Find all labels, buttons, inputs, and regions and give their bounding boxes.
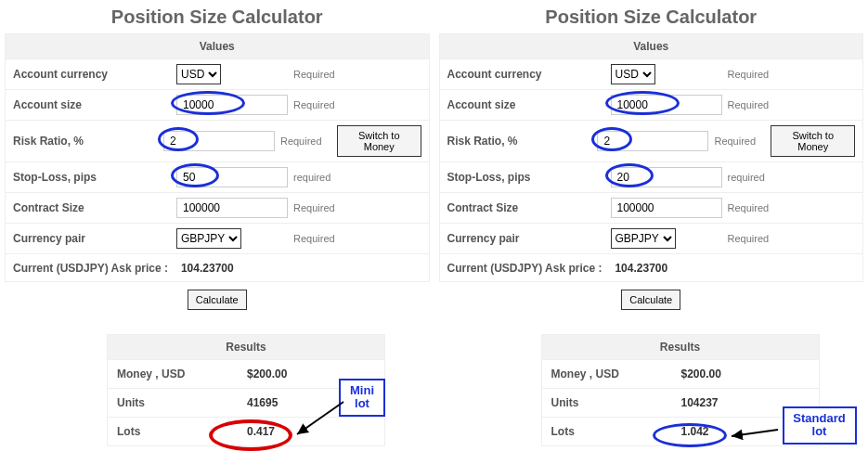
result-units-value: 104237: [681, 396, 719, 409]
result-lots: Lots 1.042: [541, 418, 820, 446]
required-text: Required: [728, 202, 784, 213]
result-lots-value: 1.042: [681, 425, 709, 438]
ask-price-value: 104.23700: [181, 262, 234, 275]
row-ask-price: Current (USDJPY) Ask price : 104.23700: [439, 254, 864, 282]
result-money-label: Money , USD: [551, 367, 681, 380]
result-money-label: Money , USD: [117, 367, 247, 380]
row-currency-pair: Currency pair GBPJPY Required: [5, 224, 430, 254]
result-units-label: Units: [117, 396, 247, 409]
required-text: required: [293, 172, 349, 183]
required-text: Required: [714, 135, 765, 147]
label-currency-pair: Currency pair: [13, 232, 171, 245]
required-text: Required: [728, 99, 784, 110]
required-text: Required: [293, 202, 349, 213]
row-contract-size: Contract Size Required: [5, 193, 430, 224]
callout-mini-lot: Mini lot: [339, 379, 385, 417]
contract-size-input[interactable]: [611, 198, 722, 218]
label-account-currency: Account currency: [13, 68, 171, 81]
result-lots-label: Lots: [117, 425, 247, 438]
currency-pair-select[interactable]: GBPJPY: [611, 228, 676, 249]
row-account-currency: Account currency USD Required: [5, 59, 430, 90]
result-units: Units 104237: [541, 389, 820, 418]
account-currency-select[interactable]: USD: [176, 64, 221, 84]
label-account-currency: Account currency: [447, 68, 605, 81]
label-ask-price: Current (USDJPY) Ask price :: [447, 262, 602, 275]
result-money-value: $200.00: [247, 367, 287, 380]
result-money-value: $200.00: [681, 367, 721, 380]
calculator-right: Position Size Calculator Values Account …: [439, 5, 864, 446]
results-header: Results: [107, 334, 385, 360]
account-currency-select[interactable]: USD: [611, 64, 655, 84]
row-stop-loss: Stop-Loss, pips required: [439, 162, 864, 193]
row-account-size: Account size Required: [439, 90, 864, 121]
risk-ratio-input[interactable]: [597, 131, 708, 151]
result-lots-value: 0.417: [247, 425, 275, 438]
row-ask-price: Current (USDJPY) Ask price : 104.23700: [5, 254, 430, 282]
result-units-value: 41695: [247, 396, 278, 409]
account-size-input[interactable]: [611, 95, 722, 115]
ask-price-value: 104.23700: [615, 262, 667, 275]
label-contract-size: Contract Size: [13, 201, 171, 214]
page-title: Position Size Calculator: [5, 6, 430, 28]
switch-to-money-button[interactable]: Switch to Money: [337, 125, 421, 157]
row-stop-loss: Stop-Loss, pips required: [5, 162, 430, 193]
label-contract-size: Contract Size: [447, 201, 605, 214]
required-text: Required: [728, 233, 784, 244]
callout-standard-lot: Standard lot: [783, 406, 857, 445]
label-stop-loss: Stop-Loss, pips: [447, 171, 605, 184]
row-risk-ratio: Risk Ratio, % Required Switch to Money: [439, 121, 864, 162]
stop-loss-input[interactable]: [176, 167, 288, 187]
currency-pair-select[interactable]: GBPJPY: [176, 228, 241, 249]
switch-to-money-button[interactable]: Switch to Money: [771, 125, 855, 157]
label-stop-loss: Stop-Loss, pips: [13, 171, 171, 184]
values-header: Values: [439, 33, 864, 59]
result-money: Money , USD $200.00: [541, 360, 820, 389]
results-panel: Results Money , USD $200.00 Units 41695 …: [107, 334, 385, 446]
label-account-size: Account size: [13, 98, 171, 111]
required-text: Required: [280, 135, 331, 147]
required-text: Required: [293, 99, 349, 110]
required-text: required: [728, 172, 784, 183]
row-contract-size: Contract Size Required: [439, 193, 864, 224]
calculate-button[interactable]: Calculate: [188, 290, 247, 310]
row-risk-ratio: Risk Ratio, % Required Switch to Money: [5, 121, 430, 162]
required-text: Required: [728, 69, 784, 80]
label-ask-price: Current (USDJPY) Ask price :: [13, 262, 168, 275]
required-text: Required: [293, 233, 349, 244]
result-units-label: Units: [551, 396, 681, 409]
calculator-left: Position Size Calculator Values Account …: [5, 5, 430, 446]
row-account-currency: Account currency USD Required: [439, 59, 864, 90]
calculate-row: Calculate: [439, 282, 864, 317]
stop-loss-input[interactable]: [611, 167, 722, 187]
calculate-row: Calculate: [5, 282, 430, 317]
label-risk-ratio: Risk Ratio, %: [447, 135, 592, 148]
row-account-size: Account size Required: [5, 90, 430, 121]
label-currency-pair: Currency pair: [447, 232, 605, 245]
calculate-button[interactable]: Calculate: [621, 290, 680, 310]
risk-ratio-input[interactable]: [163, 131, 275, 151]
required-text: Required: [293, 69, 349, 80]
results-header: Results: [541, 334, 820, 360]
values-header: Values: [5, 33, 430, 59]
label-account-size: Account size: [447, 98, 605, 111]
results-panel: Results Money , USD $200.00 Units 104237…: [541, 334, 820, 446]
result-lots-label: Lots: [551, 425, 681, 438]
contract-size-input[interactable]: [176, 198, 288, 218]
account-size-input[interactable]: [176, 95, 288, 115]
result-lots: Lots 0.417: [107, 418, 385, 446]
row-currency-pair: Currency pair GBPJPY Required: [439, 224, 864, 254]
label-risk-ratio: Risk Ratio, %: [13, 135, 158, 148]
page-title: Position Size Calculator: [439, 6, 864, 28]
